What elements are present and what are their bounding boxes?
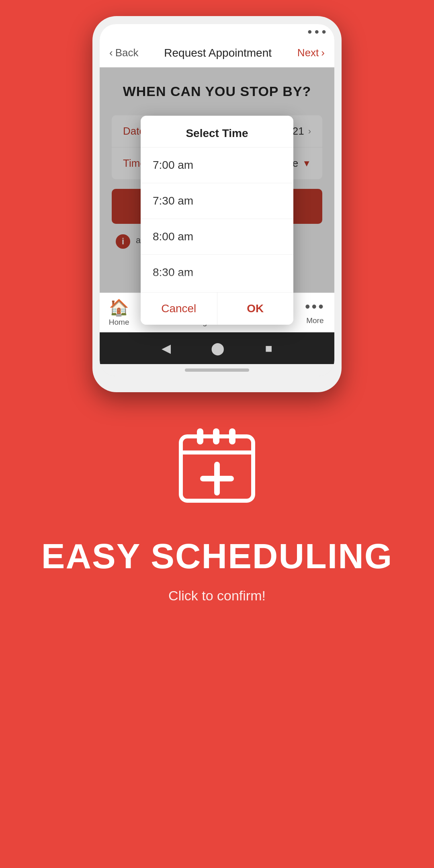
- nav-item-more[interactable]: ••• More: [296, 293, 334, 332]
- next-button[interactable]: Next ›: [297, 47, 325, 59]
- back-button[interactable]: ‹ Back: [109, 47, 138, 59]
- nav-label-home: Home: [109, 318, 129, 327]
- home-icon: 🏠: [109, 299, 129, 315]
- svg-rect-2: [213, 428, 219, 444]
- app-content: WHEN CAN YOU STOP BY? Date 21 › Time tim…: [100, 68, 334, 293]
- modal-cancel-button[interactable]: Cancel: [141, 293, 217, 325]
- svg-rect-1: [197, 428, 203, 444]
- click-confirm-subtitle: Click to confirm!: [168, 588, 266, 604]
- nav-item-home[interactable]: 🏠 Home: [100, 293, 138, 332]
- phone-frame: ● ● ● ‹ Back Request Appointment Next › …: [92, 0, 342, 392]
- modal-ok-button[interactable]: OK: [217, 293, 294, 325]
- recents-system-icon[interactable]: ■: [265, 342, 272, 355]
- header-title: Request Appointment: [164, 47, 272, 59]
- time-option-2[interactable]: 7:30 am: [141, 183, 293, 219]
- home-indicator: [185, 368, 249, 372]
- easy-scheduling-title: EASY SCHEDULING: [41, 537, 393, 576]
- time-option-5[interactable]: 9:00 am: [141, 291, 293, 292]
- time-picker-modal: Select Time 7:00 am 7:30 am 8:00 am 8:30…: [141, 116, 293, 325]
- time-option-1[interactable]: 7:00 am: [141, 147, 293, 183]
- nav-label-more: More: [306, 316, 323, 325]
- home-system-icon[interactable]: ⬤: [211, 341, 225, 355]
- nav-header: ‹ Back Request Appointment Next ›: [100, 39, 334, 68]
- home-bar: [100, 364, 334, 376]
- modal-actions: Cancel OK: [141, 292, 293, 325]
- system-nav-bar: ◀ ⬤ ■: [100, 332, 334, 364]
- back-system-icon[interactable]: ◀: [162, 341, 171, 355]
- modal-time-list: 7:00 am 7:30 am 8:00 am 8:30 am 9:00 am …: [141, 147, 293, 292]
- time-option-3[interactable]: 8:00 am: [141, 219, 293, 255]
- svg-rect-3: [229, 428, 235, 444]
- time-option-4[interactable]: 8:30 am: [141, 255, 293, 291]
- more-icon: •••: [305, 299, 325, 314]
- modal-title: Select Time: [141, 116, 293, 147]
- calendar-large-icon: [177, 424, 257, 505]
- bottom-section: EASY SCHEDULING Click to confirm!: [0, 392, 434, 644]
- modal-overlay: Select Time 7:00 am 7:30 am 8:00 am 8:30…: [100, 68, 334, 293]
- status-bar: ● ● ●: [100, 24, 334, 39]
